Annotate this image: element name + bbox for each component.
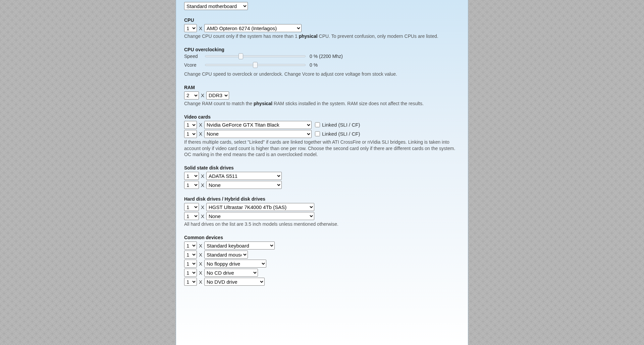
cpu-title: CPU	[184, 17, 460, 23]
common-row-floppy: 1 X No floppy drive	[184, 260, 460, 268]
video1-linked-checkbox[interactable]	[315, 122, 320, 127]
common-row-dvd: 1 X No DVD drive	[184, 278, 460, 286]
hdd-title: Hard disk drives / Hybrid disk drives	[184, 196, 460, 202]
speed-slider[interactable]	[205, 55, 306, 57]
floppy-model-select[interactable]: No floppy drive	[204, 260, 266, 268]
hdd1-count-select[interactable]: 1	[184, 203, 199, 211]
ssd1-model-select[interactable]: ADATA S511	[206, 172, 282, 180]
hdd2-model-select[interactable]: None	[206, 212, 314, 220]
video2-x: X	[199, 131, 202, 137]
speed-label: Speed	[184, 54, 204, 59]
cpu-count-select[interactable]: 1	[184, 24, 197, 32]
cpu-section: CPU 1 X AMD Opteron 6274 (Interlagos) Ch…	[184, 17, 460, 40]
motherboard-select[interactable]: Standard motherboard	[184, 2, 248, 10]
video2-linked-label: Linked (SLI / CF)	[322, 131, 360, 137]
floppy-count-select[interactable]: 1	[184, 260, 197, 268]
video1-count-select[interactable]: 1	[184, 121, 197, 129]
ram-help: Change RAM count to match the physical R…	[184, 100, 460, 107]
video1-x: X	[199, 122, 202, 128]
common-row-cd: 1 X No CD drive	[184, 269, 460, 277]
ssd2-x: X	[201, 182, 204, 188]
ram-section: RAM 2 X DDR3 Change RAM count to match t…	[184, 85, 460, 107]
video-section: Video cards 1 X Nvidia GeForce GTX Titan…	[184, 114, 460, 158]
ram-count-select[interactable]: 2	[184, 91, 199, 99]
vcore-value: 0 %	[308, 62, 460, 68]
hdd2-count-select[interactable]: 1	[184, 212, 199, 220]
video1-model-select[interactable]: Nvidia GeForce GTX Titan Black	[204, 121, 312, 129]
overclock-section: CPU overclocking Speed 0 % (2200 Mhz) Vc…	[184, 47, 460, 77]
cpu-model-select[interactable]: AMD Opteron 6274 (Interlagos)	[204, 24, 302, 32]
dvd-count-select[interactable]: 1	[184, 278, 197, 286]
cd-model-select[interactable]: No CD drive	[204, 269, 258, 277]
calculator-panel: Standard motherboard CPU 1 X AMD Opteron…	[176, 0, 468, 345]
keyboard-count-select[interactable]: 1	[184, 242, 197, 250]
hdd1-model-select[interactable]: HGST Ultrastar 7K4000 4Tb (SAS)	[206, 203, 314, 211]
ram-x-label: X	[201, 92, 204, 98]
video2-model-select[interactable]: None	[204, 130, 312, 138]
ram-title: RAM	[184, 85, 460, 90]
dvd-model-select[interactable]: No DVD drive	[204, 278, 265, 286]
overclock-title: CPU overclocking	[184, 47, 460, 52]
common-row-keyboard: 1 X Standard keyboard	[184, 242, 460, 250]
speed-value: 0 % (2200 Mhz)	[308, 54, 460, 59]
hdd-section: Hard disk drives / Hybrid disk drives 1 …	[184, 196, 460, 227]
common-section: Common devices 1 X Standard keyboard 1 X…	[184, 235, 460, 286]
vcore-slider[interactable]	[205, 64, 306, 66]
hdd-help: All hard drives on the list are 3.5 inch…	[184, 221, 460, 227]
hdd2-x: X	[201, 213, 204, 219]
motherboard-section: Standard motherboard	[184, 2, 460, 10]
overclock-help: Change CPU speed to overclock or undercl…	[184, 71, 460, 77]
mouse-count-select[interactable]: 1	[184, 251, 197, 259]
ssd2-model-select[interactable]: None	[206, 181, 282, 189]
ssd1-count-select[interactable]: 1	[184, 172, 199, 180]
ssd1-x: X	[201, 173, 204, 179]
mouse-model-select[interactable]: Standard mouse	[204, 251, 248, 259]
ssd-title: Solid state disk drives	[184, 165, 460, 170]
video1-linked-label: Linked (SLI / CF)	[322, 122, 360, 128]
ssd-section: Solid state disk drives 1 X ADATA S511 1…	[184, 165, 460, 189]
keyboard-model-select[interactable]: Standard keyboard	[204, 242, 275, 250]
video2-count-select[interactable]: 1	[184, 130, 197, 138]
hdd1-x: X	[201, 204, 204, 210]
cpu-help: Change CPU count only if the system has …	[184, 33, 460, 40]
video-help: If theres multiple cards, select "Linked…	[184, 139, 460, 158]
ssd2-count-select[interactable]: 1	[184, 181, 199, 189]
ram-type-select[interactable]: DDR3	[206, 91, 229, 99]
cpu-x-label: X	[199, 25, 202, 31]
cd-count-select[interactable]: 1	[184, 269, 197, 277]
video-title: Video cards	[184, 114, 460, 120]
common-row-mouse: 1 X Standard mouse	[184, 251, 460, 259]
video2-linked-checkbox[interactable]	[315, 131, 320, 136]
common-title: Common devices	[184, 235, 460, 240]
vcore-label: Vcore	[184, 62, 204, 68]
